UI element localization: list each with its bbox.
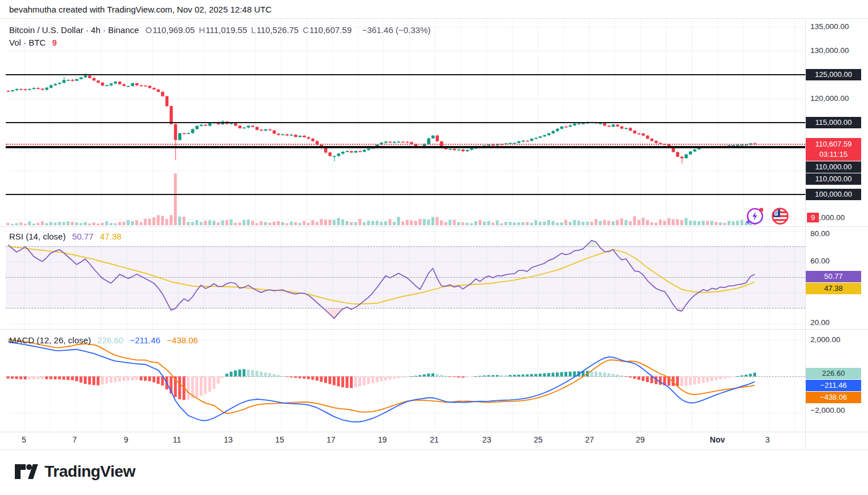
ohlc-value: 110,526.75 — [256, 25, 298, 35]
hline-125000[interactable] — [6, 74, 805, 75]
symbol-title[interactable]: Bitcoin / U.S. Dollar · 4h · Binance — [9, 25, 139, 35]
rsi-value: 50.77 — [72, 232, 94, 241]
time-tick-27[interactable]: 27 — [585, 435, 594, 444]
volume-legend[interactable]: Vol · BTC 9 — [9, 38, 61, 47]
price-line-badge: 100,000.00 — [806, 189, 861, 200]
hline-100000[interactable] — [6, 194, 805, 195]
macd-signal-badge: −438.06 — [806, 392, 861, 403]
ohlc-value: 110,969.05 — [152, 25, 195, 35]
time-tick-3[interactable]: 3 — [765, 435, 770, 444]
price-line-badge: 115,000.00 — [806, 117, 861, 128]
volume-value: 9 — [52, 38, 56, 47]
time-tick-15[interactable]: 15 — [275, 435, 284, 444]
macd-hist-value: 226.60 — [98, 335, 124, 345]
rsi-legend[interactable]: RSI (14, close) 50.77 47.38 — [9, 232, 126, 241]
time-tick-19[interactable]: 19 — [378, 435, 387, 444]
time-tick-21[interactable]: 21 — [430, 435, 439, 444]
macd-hist-badge: 226.60 — [806, 368, 861, 379]
volume-axis-row: 9 ,000.00 — [807, 213, 845, 222]
macd-line-badge: −211.46 — [806, 380, 861, 391]
brand-logo[interactable]: TradingView — [14, 462, 135, 481]
rsi-value-badge: 50.77 — [806, 271, 861, 282]
macd-signal-value: −438.06 — [167, 335, 198, 345]
price-line-badge: 125,000.00 — [806, 69, 861, 80]
ohlc-key: C — [302, 25, 309, 35]
price-tick-partial: ,000.00 — [819, 213, 845, 222]
rsi-ma-value: 47.38 — [100, 232, 122, 241]
footer-divider — [0, 449, 868, 450]
macd-line-value: −211.46 — [130, 335, 161, 345]
rsi-ma-badge: 47.38 — [806, 283, 861, 294]
time-tick-29[interactable]: 29 — [636, 435, 645, 444]
ohlc-key: O — [146, 25, 152, 35]
rsi-pane-canvas[interactable] — [6, 226, 805, 329]
time-axis-divider — [0, 432, 868, 432]
macd-tick: 2,000.00 — [810, 335, 841, 344]
hline-115000[interactable] — [6, 122, 805, 123]
time-tick-17[interactable]: 17 — [326, 435, 336, 444]
tradingview-chart-page: { "header": { "attribution": "bevahmutha… — [0, 0, 868, 495]
volume-axis-badge: 9 — [807, 213, 819, 222]
time-tick-25[interactable]: 25 — [534, 435, 543, 444]
time-tick-5[interactable]: 5 — [22, 435, 26, 444]
hline-110000[interactable] — [6, 146, 805, 148]
price-tick: 120,000.00 — [810, 94, 849, 103]
current-price-value: 110,607.59 — [806, 139, 861, 149]
rsi-tick: 20.00 — [810, 318, 830, 327]
ohlc-key: H — [199, 25, 205, 35]
rsi-title[interactable]: RSI (14, close) — [9, 232, 66, 241]
us-flag-icon[interactable] — [770, 206, 790, 226]
rsi-tick: 60.00 — [810, 257, 830, 265]
ohlc-values: O110,969.05H111,019.55L110,526.75C110,60… — [146, 25, 356, 35]
time-tick-11[interactable]: 11 — [173, 435, 181, 444]
ohlc-value: 111,019.55 — [205, 25, 247, 35]
time-tick-23[interactable]: 23 — [482, 435, 491, 444]
change-value: −361.46 (−0.33%) — [362, 25, 430, 35]
time-tick-7[interactable]: 7 — [72, 435, 77, 444]
current-price-badge: 110,607.59 03:11:15 — [806, 138, 861, 161]
volume-label: Vol · BTC — [9, 38, 46, 47]
macd-tick: −2,000.00 — [810, 406, 845, 415]
ohlc-key: L — [251, 25, 256, 35]
tradingview-glyph-icon — [14, 462, 39, 481]
ai-spark-icon[interactable] — [744, 205, 765, 227]
bar-countdown: 03:11:15 — [806, 149, 861, 159]
price-tick: 135,000.00 — [810, 22, 849, 31]
price-line-badge: 110,000.00 — [806, 173, 861, 185]
time-tick-Nov[interactable]: Nov — [710, 435, 725, 444]
macd-legend[interactable]: MACD (12, 26, close) 226.60 −211.46 −438… — [9, 335, 202, 345]
rsi-tick: 80.00 — [810, 229, 830, 238]
symbol-legend[interactable]: Bitcoin / U.S. Dollar · 4h · Binance O11… — [9, 25, 435, 35]
macd-title[interactable]: MACD (12, 26, close) — [9, 335, 91, 345]
price-line-badge: 110,000.00 — [806, 161, 861, 173]
time-tick-13[interactable]: 13 — [224, 435, 233, 444]
attribution-text: bevahmutha created with TradingView.com,… — [9, 5, 272, 14]
ohlc-value: 110,607.59 — [309, 25, 352, 35]
current-price-line — [6, 144, 805, 145]
price-tick: 130,000.00 — [810, 46, 849, 55]
brand-name: TradingView — [45, 462, 135, 481]
time-tick-9[interactable]: 9 — [124, 435, 128, 444]
